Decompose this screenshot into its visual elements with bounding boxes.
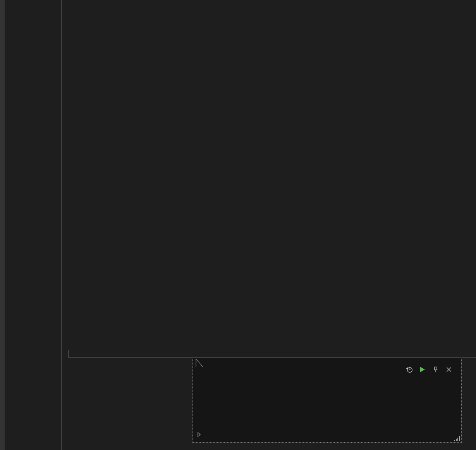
current-statement-line-border (68, 350, 476, 358)
expander-chevron-icon (198, 432, 201, 437)
code-editor (0, 0, 476, 450)
popup-callout-pointer (194, 359, 204, 367)
resize-grip[interactable] (453, 435, 460, 441)
breakpoint-margin[interactable] (0, 0, 5, 450)
close-icon[interactable] (445, 366, 453, 373)
exception-settings-expander[interactable] (198, 432, 204, 437)
rethrow-history-icon[interactable] (406, 366, 413, 373)
continue-play-icon[interactable] (419, 366, 426, 373)
outlining-margin-line (61, 0, 62, 450)
pin-icon[interactable] (432, 366, 440, 373)
exception-helper-popup (192, 358, 462, 443)
